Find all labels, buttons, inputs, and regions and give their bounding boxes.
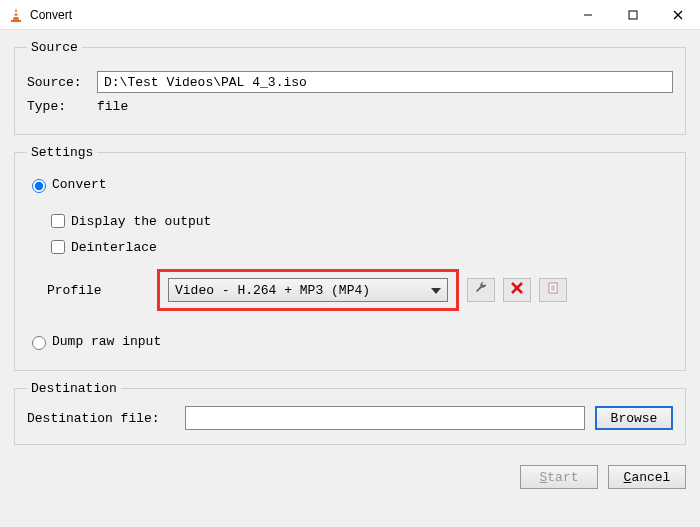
- source-group: Source Source: Type: file: [14, 40, 686, 135]
- minimize-button[interactable]: [565, 0, 610, 29]
- dialog-footer: Start Cancel: [0, 463, 700, 489]
- close-button[interactable]: [655, 0, 700, 29]
- start-button-label: Start: [539, 470, 578, 485]
- convert-radio[interactable]: [32, 179, 46, 193]
- chevron-down-icon: [431, 283, 441, 298]
- cancel-button[interactable]: Cancel: [608, 465, 686, 489]
- profile-dropdown-value: Video - H.264 + MP3 (MP4): [175, 283, 370, 298]
- deinterlace-label: Deinterlace: [71, 240, 157, 255]
- dump-raw-label: Dump raw input: [52, 334, 161, 349]
- svg-rect-3: [11, 20, 21, 22]
- settings-group: Settings Convert Display the output Dein…: [14, 145, 686, 371]
- wrench-icon: [474, 281, 488, 299]
- type-label: Type:: [27, 99, 97, 114]
- svg-marker-8: [431, 288, 441, 294]
- edit-profile-button[interactable]: [467, 278, 495, 302]
- source-input[interactable]: [97, 71, 673, 93]
- display-output-checkbox[interactable]: [51, 214, 65, 228]
- vlc-cone-icon: [8, 7, 24, 23]
- start-button[interactable]: Start: [520, 465, 598, 489]
- convert-radio-label: Convert: [52, 177, 107, 192]
- source-label: Source:: [27, 75, 97, 90]
- deinterlace-checkbox[interactable]: [51, 240, 65, 254]
- dump-raw-radio[interactable]: [32, 336, 46, 350]
- delete-profile-button[interactable]: [503, 278, 531, 302]
- browse-button[interactable]: Browse: [595, 406, 673, 430]
- maximize-button[interactable]: [610, 0, 655, 29]
- profile-label: Profile: [47, 283, 157, 298]
- new-profile-button[interactable]: [539, 278, 567, 302]
- new-document-icon: [547, 282, 560, 299]
- window-controls: [565, 0, 700, 29]
- svg-rect-1: [14, 12, 19, 14]
- destination-file-input[interactable]: [185, 406, 585, 430]
- svg-rect-2: [13, 15, 19, 17]
- cancel-button-label: Cancel: [624, 470, 671, 485]
- type-value: file: [97, 99, 128, 114]
- display-output-label: Display the output: [71, 214, 211, 229]
- source-legend: Source: [27, 40, 82, 55]
- browse-button-label: Browse: [611, 411, 658, 426]
- destination-group: Destination Destination file: Browse: [14, 381, 686, 445]
- profile-highlight: Video - H.264 + MP3 (MP4): [157, 269, 459, 311]
- titlebar: Convert: [0, 0, 700, 30]
- window-title: Convert: [30, 8, 72, 22]
- settings-legend: Settings: [27, 145, 97, 160]
- svg-marker-0: [13, 8, 19, 20]
- profile-dropdown[interactable]: Video - H.264 + MP3 (MP4): [168, 278, 448, 302]
- destination-file-label: Destination file:: [27, 411, 185, 426]
- delete-x-icon: [511, 282, 523, 298]
- destination-legend: Destination: [27, 381, 121, 396]
- svg-rect-5: [629, 11, 637, 19]
